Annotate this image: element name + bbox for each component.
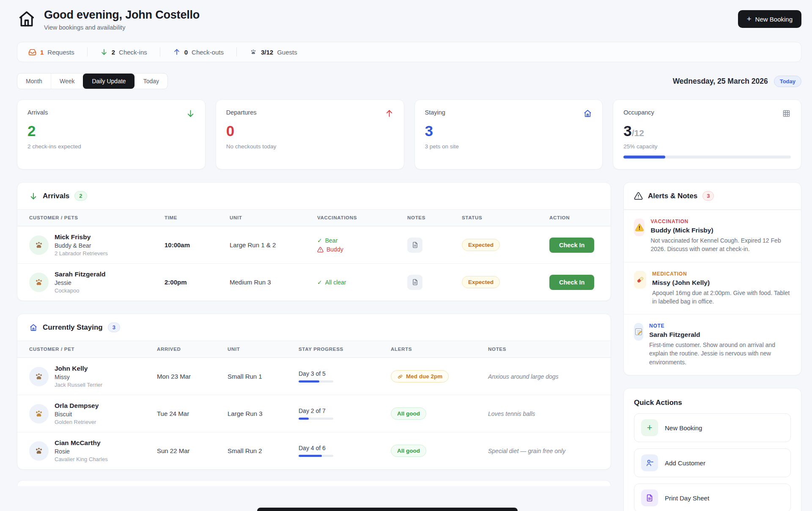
tab-month[interactable]: Month xyxy=(17,74,51,89)
customer-name[interactable]: Mick Frisby xyxy=(55,233,108,241)
departures-card: Departures 0 No checkouts today xyxy=(216,99,404,169)
customer-name[interactable]: Orla Dempsey xyxy=(55,402,99,410)
card-title: Arrivals xyxy=(27,109,48,116)
paw-icon xyxy=(250,48,257,56)
document-icon xyxy=(411,279,419,286)
pet-avatar xyxy=(29,235,49,255)
card-subtitle: 3 pets on site xyxy=(425,143,593,150)
summary-stats-bar: 1 Requests 2 Check-ins 0 Check-outs 3/12… xyxy=(17,42,801,62)
stat-requests[interactable]: 1 Requests xyxy=(28,48,74,56)
alert-item: VACCINATION Buddy (Mick Frisby) Not vacc… xyxy=(624,210,801,262)
notes-button[interactable] xyxy=(407,275,422,290)
card-title: Departures xyxy=(226,109,257,116)
pet-name: Rosie xyxy=(55,448,108,455)
arrow-down-icon xyxy=(100,48,108,56)
stat-guests[interactable]: 3/12 Guests xyxy=(250,48,297,56)
tab-daily-update[interactable]: Daily Update xyxy=(83,74,134,89)
arrival-time: 10:00am xyxy=(165,241,230,249)
note-icon xyxy=(634,323,643,341)
pill-icon xyxy=(634,271,646,289)
check-in-button[interactable]: Check In xyxy=(549,238,594,253)
today-badge[interactable]: Today xyxy=(774,76,801,87)
new-booking-button[interactable]: + New Booking xyxy=(738,10,801,28)
vaccination-status: ✓Bear xyxy=(317,237,407,244)
card-subtitle: 2 check-ins expected xyxy=(27,143,195,150)
stay-progress-track xyxy=(299,380,333,383)
occupancy-count: 3/12 xyxy=(623,123,791,138)
page-subtitle: View bookings and availability xyxy=(44,24,200,31)
arrow-down-icon xyxy=(29,192,38,200)
pet-names: Jessie xyxy=(55,279,106,286)
departures-count: 0 xyxy=(226,123,394,138)
arrow-down-icon xyxy=(186,109,195,118)
table-row: Sarah Fitzgerald Jessie Cockapoo 2:00pm … xyxy=(17,263,611,301)
staying-table-header: CUSTOMER / PET ARRIVED UNIT STAY PROGRES… xyxy=(17,341,611,358)
arrivals-panel: Arrivals 2 CUSTOMER / PETS TIME UNIT VAC… xyxy=(17,182,611,301)
vaccination-status: ✓All clear xyxy=(317,279,407,286)
view-switcher: Month Week Daily Update Today xyxy=(17,73,168,89)
bottom-overlay-edge xyxy=(257,508,518,511)
home-icon xyxy=(583,109,592,118)
inbox-icon xyxy=(28,48,36,56)
staying-card: Staying 3 3 pets on site xyxy=(414,99,603,169)
stay-progress-fill xyxy=(299,380,319,383)
arrived-date: Mon 23 Mar xyxy=(157,373,228,380)
main-column: Arrivals 2 CUSTOMER / PETS TIME UNIT VAC… xyxy=(17,182,611,486)
occupancy-card: Occupancy 3/12 25% capacity xyxy=(613,99,801,169)
page-title: Good evening, John Costello xyxy=(44,8,200,22)
alert-description: First-time customer. Show around on arri… xyxy=(649,341,791,366)
staying-count-badge: 3 xyxy=(108,322,120,332)
unit: Small Run 1 xyxy=(228,373,299,380)
stat-checkouts[interactable]: 0 Check-outs xyxy=(173,48,224,56)
pet-breed: Golden Retriever xyxy=(55,419,99,425)
grid-icon xyxy=(782,109,791,118)
alert-badge: All good xyxy=(391,445,426,457)
stat-checkins[interactable]: 2 Check-ins xyxy=(100,48,147,56)
pill-icon xyxy=(397,374,403,380)
alerts-count-badge: 3 xyxy=(702,191,714,201)
plus-icon: + xyxy=(641,419,658,436)
quick-actions-panel: Quick Actions + New Booking Add Customer… xyxy=(623,388,801,511)
alert-subject: Missy (John Kelly) xyxy=(652,279,791,287)
quick-action-new-booking[interactable]: + New Booking xyxy=(634,413,791,442)
occupancy-progress-fill xyxy=(623,156,665,158)
stay-progress-label: Day 3 of 5 xyxy=(299,370,391,377)
customer-name[interactable]: Sarah Fitzgerald xyxy=(55,271,106,278)
arrived-date: Sun 22 Mar xyxy=(157,447,228,454)
tab-today[interactable]: Today xyxy=(134,74,167,89)
quick-action-add-customer[interactable]: Add Customer xyxy=(634,448,791,477)
card-title: Occupancy xyxy=(623,109,654,116)
table-row: Cian McCarthy Rosie Cavalier King Charle… xyxy=(17,432,611,469)
pet-names: Buddy & Bear xyxy=(55,242,108,249)
customer-name[interactable]: Cian McCarthy xyxy=(55,439,108,447)
unit: Large Run 1 & 2 xyxy=(230,241,317,249)
current-date: Wednesday, 25 March 2026 xyxy=(673,77,768,86)
stay-progress-label: Day 2 of 7 xyxy=(299,407,391,414)
pet-avatar xyxy=(29,404,49,424)
vaccination-status: Buddy xyxy=(317,246,407,253)
warning-triangle-icon xyxy=(317,246,324,253)
currently-staying-panel: Currently Staying 3 CUSTOMER / PET ARRIV… xyxy=(17,314,611,470)
pet-name: Missy xyxy=(55,374,102,380)
arrived-date: Tue 24 Mar xyxy=(157,410,228,417)
alert-category: VACCINATION xyxy=(650,219,791,224)
check-icon: ✓ xyxy=(317,279,322,286)
pet-avatar xyxy=(29,441,49,461)
alert-description: Not vaccinated for Kennel Cough. Expired… xyxy=(650,236,791,254)
next-section-card-edge xyxy=(17,480,611,486)
tab-week[interactable]: Week xyxy=(51,74,83,89)
document-icon xyxy=(641,489,658,506)
alert-subject: Buddy (Mick Frisby) xyxy=(650,227,791,234)
arrivals-count-badge: 2 xyxy=(74,191,87,201)
notes-button[interactable] xyxy=(407,238,422,253)
customer-name[interactable]: John Kelly xyxy=(55,365,102,372)
home-icon xyxy=(29,323,38,332)
table-row: Orla Dempsey Biscuit Golden Retriever Tu… xyxy=(17,395,611,432)
check-in-button[interactable]: Check In xyxy=(549,275,594,290)
arrival-time: 2:00pm xyxy=(165,279,230,286)
card-subtitle: No checkouts today xyxy=(226,143,394,150)
quick-action-print-day-sheet[interactable]: Print Day Sheet xyxy=(634,484,791,511)
plus-icon: + xyxy=(747,15,752,23)
unit: Medium Run 3 xyxy=(230,279,317,286)
home-icon xyxy=(17,9,36,29)
